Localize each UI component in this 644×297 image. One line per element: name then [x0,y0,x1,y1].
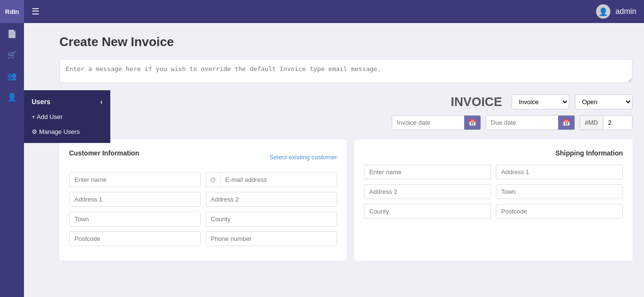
customer-name-email-row: @ [69,172,337,187]
sidebar-item-shopping[interactable]: 🛒 [0,44,24,65]
customer-email-wrap: @ [206,172,338,187]
sidebar-item-group[interactable]: 👥 [0,65,24,86]
invoice-prefix-label: #MD [580,116,603,130]
invoice-status-select[interactable]: Open Paid Cancelled [575,95,632,109]
invoice-date-calendar-icon[interactable]: 📅 [464,116,480,130]
hamburger-icon[interactable]: ☰ [24,6,47,17]
app-logo: RdIn [0,0,24,23]
customer-phone-wrap [206,231,338,246]
manage-users-item[interactable]: ⚙ Manage Users [24,124,110,139]
due-date-wrap: 📅 [486,115,575,130]
select-existing-customer-link[interactable]: Select existing customer [269,154,337,161]
due-date-input[interactable] [486,116,558,130]
sidebar: RdIn 📄 🛒 👥 👤 Users ‹ + Add User ⚙ Manage… [0,0,24,297]
at-icon: @ [206,173,221,187]
customer-address-row [69,192,337,207]
customer-info-title: Customer Information [69,149,139,157]
topbar: ☰ 👤 admin [0,0,644,23]
invoice-header: INVOICE Invoice Credit Note Proforma Ope… [59,95,632,109]
customer-address1-wrap [69,192,201,207]
customer-address1-input[interactable] [70,192,200,206]
shipping-name-address1-row [364,165,623,179]
shipping-name-input[interactable] [364,165,491,179]
shipping-county-input[interactable] [364,204,491,219]
customer-town-county-row [69,212,337,226]
email-message-textarea[interactable] [59,59,632,83]
sidebar-item-document[interactable]: 📄 [0,23,24,44]
main-content: Create New Invoice INVOICE Invoice Credi… [48,23,644,297]
admin-label: admin [615,7,636,16]
customer-postcode-phone-row [69,231,337,246]
customer-email-input[interactable] [221,173,337,187]
due-date-calendar-icon[interactable]: 📅 [558,116,574,130]
dropdown-title: Users [32,98,50,106]
customer-address2-input[interactable] [206,192,337,206]
customer-county-input[interactable] [206,212,337,226]
invoice-type-select[interactable]: Invoice Credit Note Proforma [512,95,569,109]
customer-postcode-wrap [69,231,201,246]
customer-county-wrap [206,212,338,226]
dropdown-collapse-icon[interactable]: ‹ [100,98,103,106]
shipping-address2-town-row [364,184,623,199]
shipping-info-title: Shipping Information [364,149,623,157]
invoice-date-input[interactable] [392,116,464,130]
customer-town-wrap [69,212,201,226]
invoice-number-input[interactable] [603,116,632,130]
dropdown-header: Users ‹ [24,94,110,109]
info-columns: Customer Information Select existing cus… [59,140,632,261]
page-title: Create New Invoice [59,35,632,49]
invoice-dates-row: 📅 📅 #MD [59,115,632,130]
shipping-address2-input[interactable] [364,184,491,199]
shipping-info-card: Shipping Information [354,140,632,261]
customer-address2-wrap [206,192,338,207]
customer-phone-input[interactable] [206,232,337,246]
avatar: 👤 [596,4,610,19]
customer-name-input[interactable] [70,173,200,187]
customer-info-card: Customer Information Select existing cus… [59,140,347,261]
customer-postcode-input[interactable] [70,232,200,246]
sidebar-item-user[interactable]: 👤 [0,86,24,107]
invoice-label: INVOICE [451,95,502,109]
customer-town-input[interactable] [70,212,200,226]
users-dropdown-menu: Users ‹ + Add User ⚙ Manage Users [24,90,110,143]
topbar-right: 👤 admin [596,4,644,19]
shipping-county-postcode-row [364,204,623,219]
shipping-postcode-input[interactable] [496,204,623,219]
customer-name-wrap [69,172,201,187]
shipping-address1-input[interactable] [496,165,623,179]
add-user-item[interactable]: + Add User [24,109,110,124]
shipping-town-input[interactable] [496,184,623,199]
invoice-date-wrap: 📅 [392,115,481,130]
invoice-number-field: #MD [580,115,632,130]
